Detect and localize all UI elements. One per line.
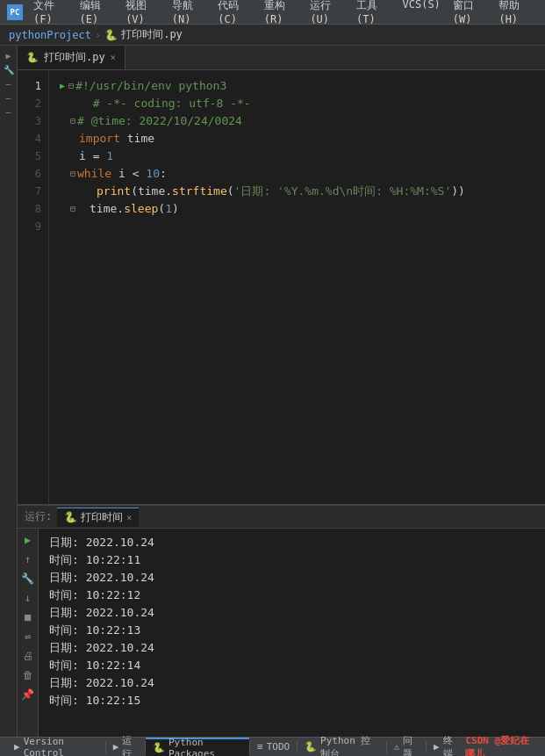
code-comment-1: # -*- coding: utf-8 -*- <box>79 95 251 112</box>
code-content[interactable]: ▶ ⊟ #!/usr/bin/env python3 # -*- coding:… <box>49 70 545 504</box>
breadcrumb: pythonProject › 🐍 打印时间.py <box>0 25 545 46</box>
menu-help[interactable]: 帮助(H) <box>493 0 538 27</box>
sidebar-icon-2[interactable]: 🔧 <box>2 63 16 76</box>
code-line-5: i = 1 <box>60 148 534 165</box>
line-num-9: 9 <box>18 218 41 235</box>
code-sleep-arg: ( <box>158 200 165 218</box>
run-status-label: 运行 <box>122 734 138 757</box>
run-tab-icon: 🐍 <box>64 511 77 523</box>
menu-file[interactable]: 文件(F) <box>28 0 73 27</box>
menu-edit[interactable]: 编辑(E) <box>75 0 119 27</box>
menu-refactor[interactable]: 重构(R) <box>259 0 304 27</box>
menu-view[interactable]: 视图(V) <box>120 0 165 27</box>
run-label: 运行: <box>25 509 52 524</box>
code-kw-while: while <box>77 165 118 183</box>
fold-icon-6[interactable]: ⊟ <box>70 165 75 183</box>
fold-icon-1[interactable]: ⊟ <box>68 77 74 95</box>
output-line-2: 时间: 10:22:11 <box>49 551 534 569</box>
run-wrench-icon[interactable]: 🔧 <box>20 571 36 587</box>
sidebar-icon-3: — <box>2 77 16 90</box>
status-terminal[interactable]: ▶ 终端 <box>427 738 465 756</box>
sidebar-icon-5: — <box>2 105 16 118</box>
status-python-packages[interactable]: 🐍 Python Packages <box>146 738 249 756</box>
line-num-2: 2 <box>18 95 41 112</box>
breadcrumb-file[interactable]: 打印时间.py <box>121 27 183 42</box>
menu-window[interactable]: 窗口(W) <box>448 0 492 27</box>
run-play-button[interactable]: ▶ <box>20 532 36 548</box>
run-tab-label: 打印时间 <box>81 510 123 525</box>
python-packages-icon: 🐍 <box>153 742 165 753</box>
fold-icon-3[interactable]: ⊟ <box>70 112 75 130</box>
terminal-icon: ▶ <box>434 741 440 752</box>
code-while-cond: i < <box>118 165 146 183</box>
run-down-button[interactable]: ↓ <box>20 590 36 606</box>
code-strftime-close: )) <box>451 183 465 200</box>
version-control-label: Version Control <box>24 736 98 757</box>
breadcrumb-file-icon: 🐍 <box>104 29 118 41</box>
sidebar-run-icon[interactable]: ▶ <box>2 49 16 61</box>
run-toolbar: ▶ ↑ 🔧 ↓ ■ ⇌ 🖨 🗑 📌 <box>18 529 39 737</box>
bottom-panel: 运行: 🐍 打印时间 × ▶ ↑ 🔧 ↓ ■ ⇌ 🖨 🗑 <box>18 504 545 737</box>
output-line-5: 日期: 2022.10.24 <box>49 604 534 622</box>
main-layout: ▶ 🔧 — — — 🐍 打印时间.py × 1 2 3 4 5 6 7 <box>0 46 545 737</box>
python-packages-label: Python Packages <box>169 737 242 757</box>
status-bar: ▶ Version Control ▶ 运行 🐍 Python Packages… <box>0 737 545 756</box>
status-problems[interactable]: ⚠ 问题 <box>387 738 426 756</box>
todo-label: TODO <box>267 741 290 752</box>
terminal-label: 终端 <box>443 734 459 757</box>
tab-label: 打印时间.py <box>44 50 105 65</box>
code-line-1: ▶ ⊟ #!/usr/bin/env python3 <box>60 77 534 95</box>
code-line-8: ⊟ time.sleep(1) <box>60 200 534 218</box>
code-print-paren: (time. <box>131 183 172 200</box>
line-num-6: 6 <box>18 165 41 183</box>
run-stop-button[interactable]: ■ <box>20 609 36 625</box>
code-line-2: # -*- coding: utf-8 -*- <box>60 95 534 112</box>
menu-tools[interactable]: 工具(T) <box>351 0 396 27</box>
code-kw-import: import <box>79 130 127 148</box>
python-console-label: Python 控制台 <box>320 734 379 757</box>
output-line-3: 日期: 2022.10.24 <box>49 569 534 587</box>
tab-close-button[interactable]: × <box>111 53 116 62</box>
status-todo[interactable]: ≡ TODO <box>250 738 297 756</box>
run-status-icon: ▶ <box>113 741 119 752</box>
status-version-control[interactable]: ▶ Version Control <box>7 738 105 756</box>
run-wrap-icon[interactable]: ⇌ <box>20 629 36 644</box>
editor-container: 🐍 打印时间.py × 1 2 3 4 5 6 7 8 9 ▶ ⊟ <box>18 46 545 737</box>
run-output-panel: ▶ ↑ 🔧 ↓ ■ ⇌ 🖨 🗑 📌 日期: 2022.10.24 时间: 10:… <box>18 529 545 737</box>
menu-code[interactable]: 代码(C) <box>212 0 257 27</box>
breadcrumb-separator: › <box>95 29 101 41</box>
output-line-10: 时间: 10:22:15 <box>49 692 534 709</box>
code-func-strftime: strftime <box>172 183 227 200</box>
run-tab[interactable]: 🐍 打印时间 × <box>57 508 139 527</box>
left-sidebar: ▶ 🔧 — — — <box>0 46 18 737</box>
code-func-print: print <box>97 183 131 200</box>
menu-nav[interactable]: 导航(N) <box>167 0 212 27</box>
run-up-button[interactable]: ↑ <box>20 551 36 567</box>
status-run[interactable]: ▶ 运行 <box>106 738 145 756</box>
code-line-3: ⊟ # @time: 2022/10/24/0024 <box>60 112 534 130</box>
run-tab-close[interactable]: × <box>126 513 132 522</box>
menu-run[interactable]: 运行(U) <box>305 0 349 27</box>
code-func-sleep: sleep <box>124 200 158 218</box>
run-output: 日期: 2022.10.24 时间: 10:22:11 日期: 2022.10.… <box>39 529 545 737</box>
editor-tab-bar: 🐍 打印时间.py × <box>18 46 545 70</box>
status-right: CSDN @爱妃在哪儿 <box>465 734 538 757</box>
title-bar: PC 文件(F) 编辑(E) 视图(V) 导航(N) 代码(C) 重构(R) 运… <box>0 0 545 25</box>
app-logo: PC <box>7 4 23 20</box>
run-print-icon[interactable]: 🖨 <box>20 648 36 664</box>
output-line-6: 时间: 10:22:13 <box>49 622 534 639</box>
code-editor: 1 2 3 4 5 6 7 8 9 ▶ ⊟ #!/usr/bin/env pyt… <box>18 70 545 504</box>
code-comment-2: # @time: 2022/10/24/0024 <box>77 112 242 130</box>
fold-icon-8[interactable]: ⊟ <box>70 200 75 218</box>
run-trash-icon[interactable]: 🗑 <box>20 667 36 683</box>
code-line-7: print(time.strftime('日期: '%Y.%m.%d\n时间: … <box>60 183 534 200</box>
run-pin-icon[interactable]: 📌 <box>20 687 36 702</box>
breadcrumb-project[interactable]: pythonProject <box>9 29 91 41</box>
menu-vcs[interactable]: VCS(S) <box>398 0 446 27</box>
status-python-console[interactable]: 🐍 Python 控制台 <box>298 738 386 756</box>
code-strftime-open: ( <box>227 183 234 200</box>
code-shebang: #!/usr/bin/env python3 <box>75 77 226 95</box>
file-tab[interactable]: 🐍 打印时间.py × <box>18 46 125 69</box>
code-sleep-close: ) <box>172 200 179 218</box>
line-num-3: 3 <box>18 112 41 130</box>
